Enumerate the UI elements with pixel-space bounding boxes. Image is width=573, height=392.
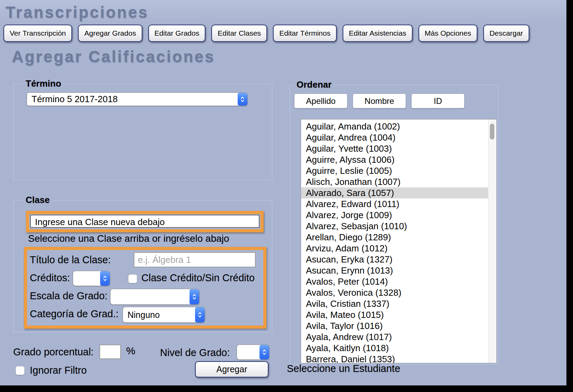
ordenar-fieldset: Ordenar Apellido Nombre ID Aguilar, Aman… xyxy=(290,85,498,364)
app-title: Transcripciones xyxy=(6,3,149,21)
ordenar-legend: Ordenar xyxy=(293,79,335,90)
student-list-item[interactable]: Alisch, Jonathan (1007) xyxy=(301,176,488,187)
escala-select-value xyxy=(111,289,189,304)
percent-sign: % xyxy=(126,345,135,357)
clase-fieldset: Clase Seleccione una Clase arriba or ing… xyxy=(13,200,272,332)
termino-fieldset: Término Término 5 2017-2018 xyxy=(13,84,272,180)
nivel-select-value xyxy=(237,345,259,359)
percent-grade-input[interactable] xyxy=(99,345,121,359)
student-list-item[interactable]: Barrera, Daniel (1353) xyxy=(301,354,488,363)
escala-select[interactable] xyxy=(110,289,200,305)
nav-button-editar-clases[interactable]: Editar Clases xyxy=(211,25,267,42)
nav-button-editar-asistencias[interactable]: Editar Asistencias xyxy=(343,25,413,42)
select-student-hint: Seleccione un Estudiante xyxy=(287,363,400,374)
creditos-select-value xyxy=(73,271,100,286)
student-list-item[interactable]: Avalos, Peter (1014) xyxy=(301,276,488,287)
student-list-item[interactable]: Ayala, Kaitlyn (1018) xyxy=(301,342,488,354)
student-list-item[interactable]: Aguilar, Amanda (1002) xyxy=(301,121,488,132)
screenshot-right-edge xyxy=(566,0,573,392)
student-list-item[interactable]: Alvarez, Edward (1011) xyxy=(301,198,488,210)
student-list-item[interactable]: Aguilar, Andrea (1004) xyxy=(301,132,488,143)
student-list-item[interactable]: Aguilar, Yvette (1003) xyxy=(301,143,488,154)
stepper-chevrons-icon xyxy=(238,93,247,106)
nav-button-editar-terminos[interactable]: Editar Términos xyxy=(273,25,337,42)
list-scrollbar-thumb[interactable] xyxy=(490,124,494,140)
student-list-rows: Aguilar, Amanda (1002)Aguilar, Andrea (1… xyxy=(301,121,488,363)
sort-button-nombre[interactable]: Nombre xyxy=(353,93,406,108)
page-title: Agregar Calificaciones xyxy=(12,47,215,66)
termino-legend: Término xyxy=(23,78,64,89)
termino-select[interactable]: Término 5 2017-2018 xyxy=(27,92,248,106)
nivel-de-grado-label: Nivel de Grado: xyxy=(160,347,230,358)
escala-label: Escala de Grado: xyxy=(30,290,107,302)
student-list-item[interactable]: Avila, Cristian (1337) xyxy=(301,298,488,309)
list-scrollbar[interactable] xyxy=(488,119,496,363)
new-class-form-highlight: Título de la Clase: Créditos: Clase Créd… xyxy=(24,247,266,329)
student-list-item[interactable]: Arellan, Diego (1289) xyxy=(301,232,488,243)
top-nav: Ver Transcripción Agregar Grados Editar … xyxy=(3,25,529,42)
class-select-highlight: Ingrese una Clase nueva debajo xyxy=(26,211,264,232)
stepper-chevrons-icon xyxy=(189,289,199,304)
nav-button-mas-opciones[interactable]: Más Opciones xyxy=(418,25,477,42)
class-select[interactable]: Ingrese una Clase nueva debajo xyxy=(30,215,259,228)
agregar-button[interactable]: Agregar xyxy=(195,361,268,377)
stepper-chevrons-icon xyxy=(195,307,205,322)
titulo-label: Título de la Clase: xyxy=(30,254,111,266)
stepper-chevrons-icon xyxy=(100,271,110,286)
ignore-filter-checkbox[interactable] xyxy=(16,366,25,375)
student-list-item[interactable]: Asucan, Erynn (1013) xyxy=(301,265,488,276)
nav-button-ver-transcripcion[interactable]: Ver Transcripción xyxy=(3,25,72,42)
nav-button-agregar-grados[interactable]: Agregar Grados xyxy=(78,25,142,42)
screenshot-bottom-edge xyxy=(0,385,573,392)
student-list-item[interactable]: Alvarez, Jorge (1009) xyxy=(301,210,488,221)
grado-porcentual-label: Grado porcentual: xyxy=(13,346,94,358)
categoria-select[interactable]: Ninguno xyxy=(123,307,205,323)
sort-button-id[interactable]: ID xyxy=(411,93,465,108)
student-list-item[interactable]: Alvarez, Sebasjan (1010) xyxy=(301,221,488,232)
class-title-input[interactable] xyxy=(134,252,256,267)
student-list[interactable]: Aguilar, Amanda (1002)Aguilar, Andrea (1… xyxy=(301,119,497,363)
student-list-item[interactable]: Alvarado, Sara (1057) xyxy=(301,187,488,198)
sort-button-apellido[interactable]: Apellido xyxy=(294,93,347,108)
nivel-select[interactable] xyxy=(237,345,270,360)
app-window: Transcripciones Ver Transcripción Agrega… xyxy=(0,0,566,385)
student-list-item[interactable]: Ayala, Andrew (1017) xyxy=(301,331,488,342)
student-list-item[interactable]: Aguirre, Alyssa (1006) xyxy=(301,154,488,165)
student-list-item[interactable]: Avila, Mateo (1015) xyxy=(301,309,488,320)
credit-checkbox[interactable] xyxy=(128,274,137,283)
nav-button-editar-grados[interactable]: Editar Grados xyxy=(148,25,206,42)
credit-checkbox-label: Clase Crédito/Sin Crédito xyxy=(141,272,255,284)
stepper-chevrons-icon xyxy=(259,345,269,359)
clase-hint-text: Seleccione una Clase arriba or ingréselo… xyxy=(28,233,229,244)
categoria-select-value: Ninguno xyxy=(123,307,195,322)
student-list-item[interactable]: Asucan, Eryka (1327) xyxy=(301,254,488,265)
student-list-item[interactable]: Arvizu, Adam (1012) xyxy=(301,243,488,254)
nav-button-descargar[interactable]: Descargar xyxy=(483,25,529,42)
clase-legend: Clase xyxy=(23,195,53,205)
ignore-filter-label: Ignorar Filtro xyxy=(30,365,87,376)
student-list-item[interactable]: Aguirre, Leslie (1005) xyxy=(301,165,488,176)
student-list-item[interactable]: Avila, Taylor (1016) xyxy=(301,320,488,331)
creditos-select[interactable] xyxy=(73,271,110,286)
termino-select-value: Término 5 2017-2018 xyxy=(27,93,238,106)
creditos-label: Créditos: xyxy=(30,272,70,284)
student-list-item[interactable]: Avalos, Veronica (1328) xyxy=(301,287,488,298)
categoria-label: Categoría de Grad.: xyxy=(30,308,118,320)
